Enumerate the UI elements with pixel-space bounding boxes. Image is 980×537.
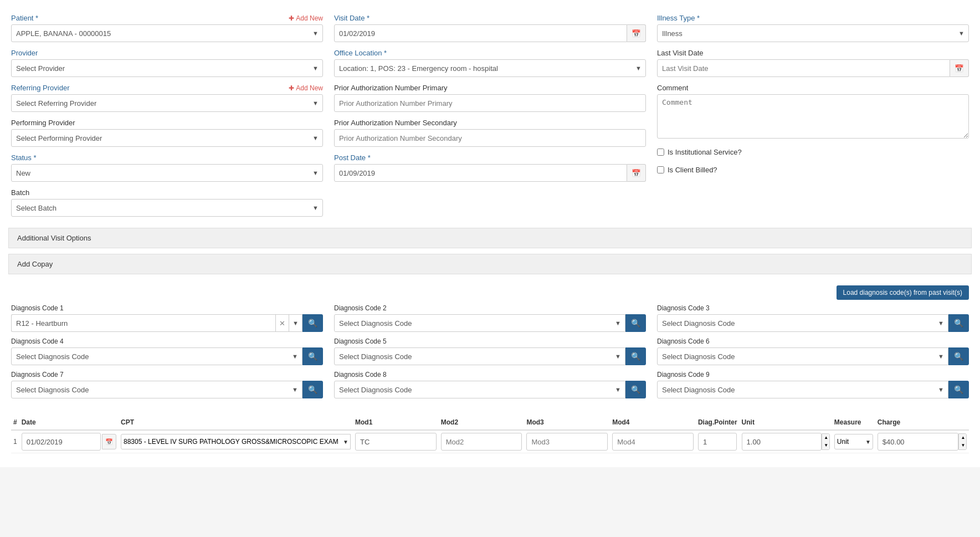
client-billed-checkbox[interactable] xyxy=(657,166,664,173)
diagnosis-code-7-search-button[interactable]: 🔍 xyxy=(302,381,323,398)
row-unit-up-icon[interactable]: ▲ xyxy=(822,434,829,442)
load-diagnosis-button[interactable]: Load diagnosis code(s) from past visit(s… xyxy=(837,285,969,300)
prior-auth-secondary-label: Prior Authorization Number Secondary xyxy=(334,119,646,127)
row-measure-select[interactable]: Unit Minutes Hours xyxy=(834,434,873,449)
client-billed-label: Is Client Billed? xyxy=(668,166,717,174)
row-date-cell: 📅 xyxy=(19,430,119,453)
patient-label: Patient * xyxy=(11,14,38,22)
diagnosis-code-3-label: Diagnosis Code 3 xyxy=(657,304,969,312)
post-date-calendar-icon[interactable]: 📅 xyxy=(627,164,646,182)
row-mod4-input[interactable] xyxy=(612,433,694,451)
diagnosis-code-6-select[interactable]: Select Diagnosis Code xyxy=(657,347,948,365)
diagnosis-code-7-select[interactable]: Select Diagnosis Code xyxy=(11,381,302,398)
diagnosis-code-1-clear-icon[interactable]: ✕ xyxy=(275,314,289,332)
col-header-mod2: Mod2 xyxy=(439,415,525,430)
row-measure-cell: Unit Minutes Hours ▼ xyxy=(832,430,875,453)
diagnosis-code-3-search-button[interactable]: 🔍 xyxy=(948,314,969,332)
row-diag-pointer-input[interactable] xyxy=(698,433,737,451)
row-date-calendar-icon[interactable]: 📅 xyxy=(102,434,116,449)
col-header-mod3: Mod3 xyxy=(524,415,610,430)
row-date-input[interactable] xyxy=(22,433,101,451)
prior-auth-primary-label: Prior Authorization Number Primary xyxy=(334,84,646,92)
diagnosis-code-8-search-button[interactable]: 🔍 xyxy=(625,381,646,398)
diagnosis-code-3-field: Diagnosis Code 3 Select Diagnosis Code ▼… xyxy=(657,304,969,332)
row-unit-input[interactable] xyxy=(742,433,822,451)
diagnosis-code-9-search-button[interactable]: 🔍 xyxy=(948,381,969,398)
row-unit-down-icon[interactable]: ▼ xyxy=(822,442,829,449)
performing-provider-label: Performing Provider xyxy=(11,119,323,127)
cpt-table: # Date CPT Mod1 Mod2 Mod3 Mod4 Diag.Poin… xyxy=(11,415,969,453)
office-location-select[interactable]: Location: 1, POS: 23 - Emergency room - … xyxy=(334,59,646,77)
diagnosis-code-1-field: Diagnosis Code 1 ✕ ▼ 🔍 xyxy=(11,304,323,332)
diagnosis-code-9-select[interactable]: Select Diagnosis Code xyxy=(657,381,948,398)
diagnosis-code-5-search-button[interactable]: 🔍 xyxy=(625,347,646,365)
additional-visit-options-label: Additional Visit Options xyxy=(17,234,91,242)
row-cpt-select[interactable]: 88305 - LEVEL IV SURG PATHOLOGY GROSS&MI… xyxy=(121,434,351,449)
institutional-service-checkbox[interactable] xyxy=(657,149,664,156)
diagnosis-code-7-label: Diagnosis Code 7 xyxy=(11,371,323,379)
diagnosis-code-7-field: Diagnosis Code 7 Select Diagnosis Code ▼… xyxy=(11,371,323,398)
last-visit-date-input[interactable] xyxy=(657,59,950,77)
last-visit-date-calendar-icon[interactable]: 📅 xyxy=(950,59,969,77)
diagnosis-code-5-field: Diagnosis Code 5 Select Diagnosis Code ▼… xyxy=(334,337,646,365)
row-mod3-input[interactable] xyxy=(526,433,608,451)
table-row: 1 📅 88305 - LEVEL IV SURG PATHOLOGY GROS… xyxy=(11,430,969,453)
diagnosis-code-3-select[interactable]: Select Diagnosis Code xyxy=(657,314,948,332)
status-label: Status * xyxy=(11,154,323,162)
additional-visit-options-bar[interactable]: Additional Visit Options xyxy=(8,228,972,248)
col-header-measure: Measure xyxy=(832,415,875,430)
comment-textarea[interactable] xyxy=(657,94,969,139)
add-copay-bar[interactable]: Add Copay xyxy=(8,254,972,274)
row-num: 1 xyxy=(11,430,19,453)
referring-provider-add-new[interactable]: Add New xyxy=(289,84,323,92)
row-unit-cell: ▲ ▼ xyxy=(740,430,832,453)
diagnosis-code-4-search-button[interactable]: 🔍 xyxy=(302,347,323,365)
row-charge-down-icon[interactable]: ▼ xyxy=(959,442,966,449)
prior-auth-primary-input[interactable] xyxy=(334,94,646,112)
diagnosis-code-2-search-button[interactable]: 🔍 xyxy=(625,314,646,332)
provider-select[interactable]: Select Provider xyxy=(11,59,323,77)
post-date-label: Post Date * xyxy=(334,154,646,162)
batch-select[interactable]: Select Batch xyxy=(11,199,323,217)
diagnosis-code-1-search-button[interactable]: 🔍 xyxy=(302,314,323,332)
visit-date-calendar-icon[interactable]: 📅 xyxy=(627,24,646,42)
row-unit-spinner[interactable]: ▲ ▼ xyxy=(822,433,830,450)
illness-type-select[interactable]: Illness Injury Pregnancy xyxy=(657,24,969,42)
row-charge-cell: ▲ ▼ xyxy=(875,430,969,453)
diagnosis-code-1-dropdown-icon[interactable]: ▼ xyxy=(289,314,302,332)
col-header-mod4: Mod4 xyxy=(610,415,696,430)
performing-provider-select[interactable]: Select Performing Provider xyxy=(11,129,323,147)
referring-provider-select[interactable]: Select Referring Provider xyxy=(11,94,323,112)
comment-label: Comment xyxy=(657,84,969,92)
diagnosis-code-1-input[interactable] xyxy=(11,314,275,332)
referring-provider-label: Referring Provider xyxy=(11,84,70,92)
row-charge-up-icon[interactable]: ▲ xyxy=(959,434,966,442)
row-mod2-input[interactable] xyxy=(441,433,522,451)
batch-label: Batch xyxy=(11,188,323,197)
diagnosis-code-5-select[interactable]: Select Diagnosis Code xyxy=(334,347,625,365)
visit-date-input[interactable]: 01/02/2019 xyxy=(334,24,627,42)
diagnosis-code-4-select[interactable]: Select Diagnosis Code xyxy=(11,347,302,365)
diagnosis-code-5-label: Diagnosis Code 5 xyxy=(334,337,646,345)
prior-auth-secondary-input[interactable] xyxy=(334,129,646,147)
row-mod3-cell xyxy=(524,430,610,453)
last-visit-date-label: Last Visit Date xyxy=(657,49,969,57)
col-header-mod1: Mod1 xyxy=(353,415,439,430)
diagnosis-code-8-select[interactable]: Select Diagnosis Code xyxy=(334,381,625,398)
row-mod1-cell xyxy=(353,430,439,453)
row-mod1-input[interactable] xyxy=(355,433,437,451)
col-header-num: # xyxy=(11,415,19,430)
post-date-input[interactable]: 01/09/2019 xyxy=(334,164,627,182)
diagnosis-code-8-label: Diagnosis Code 8 xyxy=(334,371,646,379)
diagnosis-code-2-select[interactable]: Select Diagnosis Code xyxy=(334,314,625,332)
status-select[interactable]: New Active Closed xyxy=(11,164,323,182)
diagnosis-code-2-field: Diagnosis Code 2 Select Diagnosis Code ▼… xyxy=(334,304,646,332)
diagnosis-code-2-label: Diagnosis Code 2 xyxy=(334,304,646,312)
diagnosis-code-6-search-button[interactable]: 🔍 xyxy=(948,347,969,365)
patient-select[interactable]: APPLE, BANANA - 00000015 xyxy=(11,24,323,42)
diagnosis-code-9-field: Diagnosis Code 9 Select Diagnosis Code ▼… xyxy=(657,371,969,398)
row-charge-spinner[interactable]: ▲ ▼ xyxy=(958,433,967,450)
row-charge-input[interactable] xyxy=(878,433,959,451)
patient-add-new[interactable]: Add New xyxy=(289,14,323,22)
col-header-charge: Charge xyxy=(875,415,969,430)
